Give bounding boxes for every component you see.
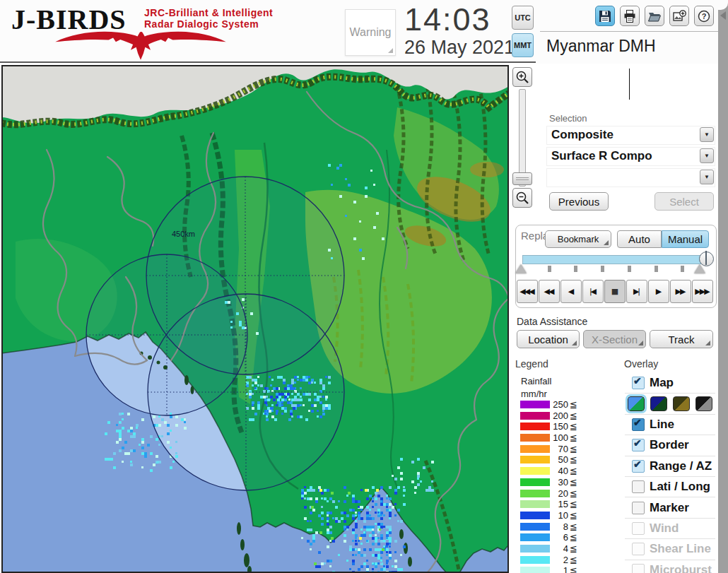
data-assistance-label: Data Assistance (517, 316, 587, 327)
slider-tick (601, 266, 604, 272)
rewind-button[interactable]: ◀◀ (539, 280, 560, 303)
add-image-button[interactable] (669, 6, 689, 26)
x-section-button[interactable]: X-Section (583, 330, 646, 348)
checkbox-shear-line (632, 543, 645, 555)
legend-value: 250 (551, 399, 568, 410)
toolbar: ? (595, 6, 714, 26)
legend-row: 150≦ (520, 422, 577, 433)
message-display[interactable] (546, 66, 714, 101)
step-forward-button[interactable]: ▶| (626, 280, 647, 303)
legend-swatch (520, 456, 550, 463)
checkbox-border[interactable]: ✔ (632, 439, 645, 451)
chevron-down-icon[interactable]: ▼ (700, 148, 714, 163)
bookmark-corner-fold (604, 240, 609, 245)
manual-button[interactable]: Manual (662, 230, 709, 248)
map-style-swatch-3[interactable] (673, 396, 690, 411)
legend-value: 15 (551, 499, 568, 509)
help-button[interactable]: ? (694, 6, 714, 26)
fast-forward-max-button[interactable]: ▶▶▶ (692, 280, 713, 303)
radar-map-canvas[interactable]: 450km (1, 65, 509, 573)
previous-button[interactable]: Previous (549, 192, 609, 211)
zoom-out-icon (515, 191, 529, 205)
legend-row: 50≦ (520, 455, 577, 466)
site-title: Myanmar DMH (546, 37, 656, 56)
fast-forward-button[interactable]: ▶▶ (670, 280, 691, 303)
warning-button[interactable]: Warning (345, 9, 396, 56)
map-style-row (625, 394, 715, 414)
checkbox-line[interactable]: ✔ (632, 418, 645, 431)
map-zoom-control (512, 66, 533, 212)
legend-swatch (520, 434, 550, 442)
utc-button[interactable]: UTC (512, 6, 534, 30)
radar-map[interactable]: 450km (1, 65, 509, 573)
overlay-item-label: Line (650, 418, 674, 432)
overlay-label: Overlay (624, 358, 658, 370)
location-button[interactable]: Location (517, 330, 580, 348)
slider-tick (574, 266, 577, 272)
product-dropdown[interactable]: Surface R Compo ▼ (546, 147, 715, 166)
legend-row: 6≦ (520, 533, 577, 544)
overlay-row-microburst: Microburst (625, 560, 715, 573)
legend-value: 70 (551, 444, 568, 454)
save-icon (598, 9, 612, 23)
location-corner-fold (572, 341, 577, 345)
help-icon: ? (697, 9, 711, 23)
legend-value: 10 (551, 510, 568, 521)
mmt-button[interactable]: MMT (512, 33, 534, 57)
legend-row: 250≦ (520, 400, 577, 411)
legend-lte-symbol: ≦ (570, 555, 577, 565)
track-label: Track (669, 333, 695, 345)
step-back-button[interactable]: |◀ (582, 280, 604, 303)
overlay-item-label: Range / AZ (650, 459, 712, 473)
save-button[interactable] (595, 6, 615, 26)
legend-row: 20≦ (520, 489, 577, 500)
chevron-down-icon[interactable]: ▼ (700, 127, 714, 142)
legend-lte-symbol: ≦ (570, 477, 577, 488)
map-style-swatch-4[interactable] (695, 396, 712, 411)
legend-row: 40≦ (520, 466, 577, 478)
checkbox-lati-long[interactable] (632, 480, 645, 493)
overlay-row-shear-line: Shear Line (625, 539, 715, 560)
empty-dropdown[interactable]: ▼ (546, 168, 715, 187)
warning-corner-fold (388, 48, 393, 53)
legend-swatch (520, 567, 550, 573)
overlay-row-range-az: ✔Range / AZ (625, 456, 715, 477)
composite-dropdown[interactable]: Composite ▼ (546, 126, 715, 145)
check-icon: ✔ (633, 417, 642, 428)
open-folder-button[interactable] (645, 6, 664, 26)
stop-button[interactable]: ■ (604, 280, 626, 303)
legend-lte-symbol: ≦ (570, 432, 577, 443)
overlay-item-label: Marker (650, 501, 689, 515)
checkbox-range-az[interactable]: ✔ (632, 460, 645, 473)
legend-value: 6 (551, 532, 568, 543)
range-ring-label: 450km (172, 230, 195, 238)
track-corner-fold (705, 341, 710, 345)
checkbox-map[interactable]: ✔ (632, 377, 645, 389)
rewind-fast-button[interactable]: ◀◀◀ (517, 280, 538, 303)
legend-lte-symbol: ≦ (570, 421, 577, 432)
collapse-panel-icon[interactable] (720, 11, 726, 20)
print-button[interactable] (620, 6, 640, 26)
zoom-slider-handle[interactable] (512, 172, 532, 185)
zoom-out-button[interactable] (512, 188, 532, 208)
map-style-swatch-2[interactable] (650, 396, 667, 411)
track-button[interactable]: Track (650, 330, 713, 348)
play-reverse-button[interactable]: ◀ (560, 280, 582, 303)
play-button[interactable]: ▶ (648, 280, 669, 303)
bookmark-button[interactable]: Bookmark (545, 230, 611, 248)
legend-swatch (520, 412, 550, 420)
panel-edge-strip[interactable] (718, 0, 728, 573)
legend-value: 8 (551, 521, 568, 532)
overlay-item-label: Shear Line (650, 542, 711, 556)
auto-button[interactable]: Auto (617, 230, 662, 248)
legend-swatch (520, 401, 550, 408)
map-style-swatch-1[interactable] (628, 396, 645, 411)
overlay-item-label: Lati / Long (650, 480, 710, 494)
x-section-corner-fold (638, 341, 643, 345)
zoom-in-button[interactable] (512, 67, 532, 87)
replay-slider-track[interactable] (522, 255, 706, 264)
checkbox-marker[interactable] (632, 502, 645, 514)
select-button[interactable]: Select (654, 192, 714, 211)
chevron-down-icon[interactable]: ▼ (700, 170, 714, 184)
legend-row: 200≦ (520, 411, 577, 423)
